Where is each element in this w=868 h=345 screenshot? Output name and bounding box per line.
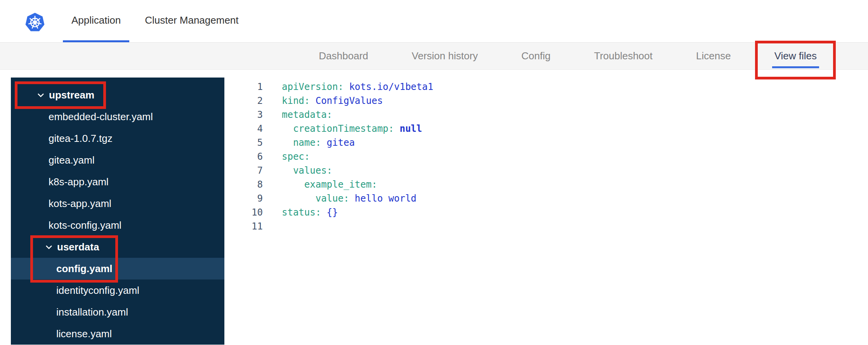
code-line: 3metadata: bbox=[224, 108, 868, 122]
line-number: 4 bbox=[224, 122, 263, 136]
code-line: 1apiVersion: kots.io/v1beta1 bbox=[224, 80, 868, 94]
kubernetes-logo-icon bbox=[25, 12, 45, 32]
line-number: 2 bbox=[224, 94, 263, 108]
tree-item-label: k8s-app.yaml bbox=[49, 176, 109, 188]
code-line-content: example_item: bbox=[282, 178, 377, 191]
nav-tab-version-history[interactable]: Version history bbox=[412, 43, 478, 69]
tree-file-license-yaml[interactable]: license.yaml bbox=[11, 323, 224, 345]
chevron-down-icon bbox=[37, 93, 44, 97]
code-line-content: metadata: bbox=[282, 108, 332, 122]
tree-file-config-yaml[interactable]: config.yaml bbox=[11, 258, 224, 279]
chevron-down-icon bbox=[45, 245, 52, 249]
tree-folder-userdata[interactable]: userdata bbox=[11, 236, 224, 258]
code-line: 2kind: ConfigValues bbox=[224, 94, 868, 108]
line-number: 8 bbox=[224, 178, 263, 191]
nav-tab-dashboard[interactable]: Dashboard bbox=[319, 43, 368, 69]
tree-item-label: gitea-1.0.7.tgz bbox=[49, 133, 113, 145]
code-line-content: creationTimestamp: null bbox=[282, 122, 422, 136]
nav-tab-license[interactable]: License bbox=[696, 43, 731, 69]
tree-file-identityconfig-yaml[interactable]: identityconfig.yaml bbox=[11, 279, 224, 301]
tree-item-label: userdata bbox=[57, 241, 99, 253]
line-number: 7 bbox=[224, 164, 263, 178]
code-line: 7 values: bbox=[224, 164, 868, 178]
line-number: 6 bbox=[224, 150, 263, 164]
tree-file-kots-app-yaml[interactable]: kots-app.yaml bbox=[11, 193, 224, 214]
line-number: 9 bbox=[224, 191, 263, 205]
app-nav: DashboardVersion historyConfigTroublesho… bbox=[0, 43, 868, 70]
code-line-content: apiVersion: kots.io/v1beta1 bbox=[282, 80, 433, 94]
tree-item-label: embedded-cluster.yaml bbox=[49, 111, 153, 123]
tree-file-gitea-1-0-7-tgz[interactable]: gitea-1.0.7.tgz bbox=[11, 128, 224, 149]
code-line-content: status: {} bbox=[282, 205, 338, 219]
code-line-content: value: hello world bbox=[282, 191, 417, 205]
code-line: 8 example_item: bbox=[224, 178, 868, 191]
code-line: 5 name: gitea bbox=[224, 136, 868, 150]
code-line: 10status: {} bbox=[224, 205, 868, 219]
tree-file-kots-config-yaml[interactable]: kots-config.yaml bbox=[11, 214, 224, 236]
tree-file-embedded-cluster-yaml[interactable]: embedded-cluster.yaml bbox=[11, 106, 224, 128]
nav-tab-troubleshoot[interactable]: Troubleshoot bbox=[594, 43, 653, 69]
kots-admin-console: ApplicationCluster Management DashboardV… bbox=[0, 0, 868, 345]
line-number: 1 bbox=[224, 80, 263, 94]
tree-item-label: identityconfig.yaml bbox=[56, 285, 139, 297]
code-line: 11 bbox=[224, 219, 868, 233]
tree-file-k8s-app-yaml[interactable]: k8s-app.yaml bbox=[11, 171, 224, 193]
top-header: ApplicationCluster Management bbox=[0, 0, 868, 43]
code-line-content: values: bbox=[282, 164, 332, 178]
tree-item-label: gitea.yaml bbox=[49, 154, 95, 166]
tree-item-label: kots-app.yaml bbox=[49, 198, 111, 210]
tab-cluster-management[interactable]: Cluster Management bbox=[136, 0, 247, 42]
nav-tab-view-files[interactable]: View files bbox=[774, 43, 817, 69]
tree-item-label: license.yaml bbox=[56, 328, 112, 340]
tree-item-label: kots-config.yaml bbox=[49, 219, 122, 231]
content-area: upstreamembedded-cluster.yamlgitea-1.0.7… bbox=[0, 70, 868, 345]
code-line: 4 creationTimestamp: null bbox=[224, 122, 868, 136]
primary-tabs: ApplicationCluster Management bbox=[63, 0, 247, 42]
tree-item-label: installation.yaml bbox=[56, 306, 128, 318]
line-number: 3 bbox=[224, 108, 263, 122]
line-number: 5 bbox=[224, 136, 263, 150]
file-tree: upstreamembedded-cluster.yamlgitea-1.0.7… bbox=[11, 78, 224, 345]
code-line-content: spec: bbox=[282, 150, 310, 164]
code-line-content: name: gitea bbox=[282, 136, 355, 150]
nav-tab-config[interactable]: Config bbox=[521, 43, 550, 69]
code-line: 6spec: bbox=[224, 150, 868, 164]
line-number: 11 bbox=[224, 219, 263, 233]
file-viewer[interactable]: 1apiVersion: kots.io/v1beta12kind: Confi… bbox=[224, 70, 868, 345]
tree-item-label: upstream bbox=[49, 89, 94, 101]
tree-folder-upstream[interactable]: upstream bbox=[11, 84, 224, 106]
code-line-content: kind: ConfigValues bbox=[282, 94, 383, 108]
tree-item-label: config.yaml bbox=[56, 263, 112, 275]
code-line: 9 value: hello world bbox=[224, 191, 868, 205]
tree-file-installation-yaml[interactable]: installation.yaml bbox=[11, 301, 224, 323]
tab-application[interactable]: Application bbox=[63, 0, 129, 42]
line-number: 10 bbox=[224, 205, 263, 219]
tree-file-gitea-yaml[interactable]: gitea.yaml bbox=[11, 149, 224, 171]
